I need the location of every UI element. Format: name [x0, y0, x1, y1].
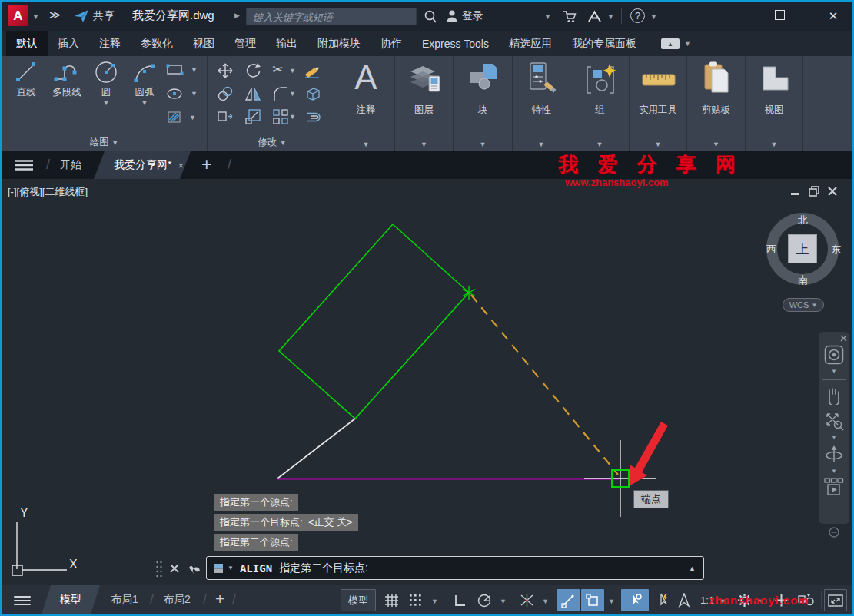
polar-caret-icon[interactable]: ▼ [500, 598, 507, 605]
snap-tooltip: 端点 [633, 490, 669, 508]
new-layout-button[interactable]: + [215, 590, 224, 608]
clean-screen-button[interactable] [824, 589, 847, 611]
osnap-settings-toggle[interactable] [581, 589, 604, 611]
ucs-y-label: Y [20, 506, 28, 519]
prompt-history-3: 指定第二个源点: [214, 534, 298, 551]
navwheel-caret-icon[interactable]: ▼ [819, 368, 849, 375]
osnap-2d-toggle[interactable] [557, 589, 580, 611]
viewcube-west[interactable]: 西 [766, 243, 776, 257]
prompt-history-2: 指定第一个目标点: <正交 关> [214, 514, 358, 531]
navbar-close-icon[interactable] [840, 335, 847, 342]
zoom-extents-icon[interactable] [824, 411, 844, 431]
model-space-toggle[interactable]: 模型 [341, 589, 376, 611]
ortho-icon [453, 594, 467, 608]
layout-tab-2[interactable]: 布局2 [163, 593, 191, 607]
command-close-icon[interactable] [169, 563, 180, 574]
command-history-expand-icon[interactable]: ▲ [689, 565, 696, 572]
showmotion-icon[interactable] [823, 477, 845, 497]
watermark-url: www.zhanshaoyi.com [565, 177, 669, 188]
orbit-icon[interactable] [824, 443, 844, 465]
polar-tracking-toggle[interactable] [473, 589, 496, 611]
snap-grid-icon [409, 593, 424, 608]
viewcube-east[interactable]: 东 [831, 243, 841, 257]
osnap-square-icon [586, 594, 600, 608]
application-window: A ▼ ≫ 共享 我爱分享网.dwg ▶ 键入关键字或短语 登录 ▼ ▼ ? ▼… [0, 0, 854, 616]
selection-cycling-toggle[interactable] [621, 589, 649, 611]
polar-icon [477, 593, 492, 608]
osnap-icon [561, 594, 575, 608]
layout-menu-icon[interactable] [14, 594, 31, 608]
snap-caret-icon[interactable]: ▼ [431, 598, 438, 605]
annotation-arrow [630, 422, 668, 485]
active-command-name: ALIGN [240, 562, 272, 575]
watermark-title: 我 爱 分 享 网 [558, 151, 743, 178]
navigation-bar: ▼ ▼ ▼ [819, 332, 849, 524]
otrack-caret-icon[interactable]: ▼ [542, 598, 549, 605]
tab-separator: / [232, 591, 236, 608]
command-tools-wrench-icon[interactable] [188, 561, 201, 576]
ucs-icon [12, 522, 67, 575]
navigation-wheel-icon[interactable] [824, 345, 844, 365]
layout-tab-1[interactable]: 布局1 [111, 593, 138, 607]
wcs-dropdown[interactable]: WCS▼ [783, 298, 824, 312]
fullscreen-icon [828, 594, 843, 607]
object-snap-tracking-toggle[interactable] [515, 589, 538, 611]
zoom-caret-icon[interactable]: ▼ [819, 434, 849, 441]
tab-separator: / [150, 591, 154, 608]
cursor-osnap-icon [627, 593, 643, 608]
command-prompt-text: 指定第二个目标点: [279, 561, 368, 575]
grid-icon [384, 593, 399, 608]
orbit-caret-icon[interactable]: ▼ [819, 468, 849, 475]
otrack-icon [520, 593, 534, 608]
command-bar: ▼ ALIGN 指定第二个目标点: ▲ [154, 556, 707, 581]
grid-display-toggle[interactable] [380, 589, 403, 611]
viewcube-south[interactable]: 南 [798, 273, 808, 287]
tab-separator: / [203, 591, 207, 608]
alignment-dashed-line [471, 295, 618, 475]
viewcube-top-face[interactable]: 上 [788, 234, 817, 263]
ucs-x-label: X [69, 558, 78, 571]
viewcube-north[interactable]: 北 [798, 214, 808, 227]
navbar-divider [822, 379, 846, 380]
annotation-scale-icon [677, 593, 692, 608]
prompt-history-1: 指定第一个源点: [214, 494, 298, 511]
drawing-canvas-overlay: Y X [2, 2, 852, 614]
osnap-caret-icon[interactable]: ▼ [608, 598, 615, 605]
statusbar-divider [821, 591, 822, 609]
pan-hand-icon[interactable] [825, 385, 843, 405]
ortho-mode-toggle[interactable] [448, 589, 471, 611]
navbar-customize-icon[interactable] [829, 527, 839, 538]
snap-mode-toggle[interactable] [404, 589, 427, 611]
watermark-bottom-url: zhanshaoyi.com [709, 594, 809, 607]
command-bar-grip[interactable] [155, 560, 163, 578]
command-input[interactable]: ▼ ALIGN 指定第二个目标点: ▲ [206, 556, 704, 580]
layout-tab-model[interactable]: 模型 [42, 585, 100, 614]
autoscale-toggle[interactable] [673, 589, 695, 611]
annotation-lightning-icon [655, 593, 670, 608]
command-prompt-icon[interactable] [214, 563, 224, 574]
command-recent-caret-icon[interactable]: ▼ [228, 565, 234, 571]
green-rectangle-entity[interactable] [279, 224, 469, 419]
white-line-entity[interactable] [277, 419, 355, 479]
annotation-visibility-toggle[interactable] [651, 589, 673, 611]
